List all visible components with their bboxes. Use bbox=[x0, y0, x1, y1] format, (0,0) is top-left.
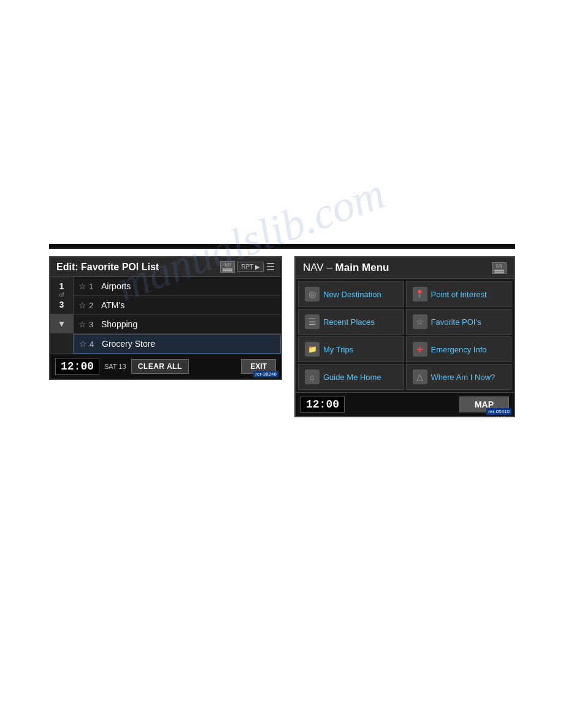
date-display: SAT 13 bbox=[104, 363, 126, 370]
item-number: 2 bbox=[89, 301, 98, 310]
divider-bar bbox=[49, 244, 515, 249]
recent-places-label: Recent Places bbox=[323, 317, 375, 327]
poi-list: ☆ 1 Airports ☆ 2 ATM's ☆ 3 Shopping ☆ 4 … bbox=[74, 277, 281, 354]
recent-places-icon: ☰ bbox=[305, 314, 320, 329]
my-trips-label: My Trips bbox=[323, 345, 353, 354]
left-panel-header: Edit: Favorite POI List MI RPT ▶ ☰ bbox=[50, 257, 281, 277]
item-number: 4 bbox=[90, 339, 98, 349]
item-name: ATM's bbox=[101, 300, 124, 310]
point-of-interest-button[interactable]: 📍 Point of Interest bbox=[406, 281, 512, 307]
ref-tag-left: rer-38246 bbox=[253, 371, 278, 377]
right-panel-title: NAV – Main Menu bbox=[303, 262, 389, 274]
new-destination-label: New Destination bbox=[323, 290, 381, 299]
time-display: 12:00 bbox=[55, 358, 99, 375]
main-menu-label: Main Menu bbox=[335, 262, 389, 273]
right-panel-header: NAV – Main Menu MI bbox=[296, 257, 514, 279]
item-name: Grocery Store bbox=[102, 339, 155, 349]
my-trips-icon: 📁 bbox=[305, 342, 320, 357]
page-total: 3 bbox=[59, 299, 64, 310]
favorite-pois-icon: ☆ bbox=[413, 314, 427, 329]
right-panel: NAV – Main Menu MI ◎ New Destination 📍 P… bbox=[294, 256, 515, 417]
clear-all-button[interactable]: CLEAR ALL bbox=[131, 359, 189, 374]
rpt-badge[interactable]: RPT ▶ bbox=[237, 262, 264, 272]
emergency-info-button[interactable]: + Emergency Info bbox=[406, 336, 512, 362]
recent-places-button[interactable]: ☰ Recent Places bbox=[298, 309, 404, 335]
favorite-pois-label: Favorite POI's bbox=[431, 317, 481, 327]
mi-badge-right: MI bbox=[492, 262, 507, 274]
scroll-down-button[interactable]: ▼ bbox=[50, 314, 73, 333]
star-icon: ☆ bbox=[79, 319, 86, 329]
nav-grid: ◎ New Destination 📍 Point of Interest ☰ … bbox=[296, 279, 514, 392]
ref-tag-right: rer-05410 bbox=[486, 408, 511, 415]
point-of-interest-label: Point of Interest bbox=[431, 290, 487, 299]
page-indicator: 1 of 3 bbox=[59, 277, 64, 314]
left-panel: Edit: Favorite POI List MI RPT ▶ ☰ 1 of … bbox=[49, 256, 282, 380]
mi-badge: MI bbox=[220, 261, 235, 273]
list-item[interactable]: ☆ 2 ATM's bbox=[74, 296, 281, 315]
item-number: 1 bbox=[89, 282, 98, 291]
new-destination-icon: ◎ bbox=[305, 287, 320, 301]
menu-icon[interactable]: ☰ bbox=[266, 261, 275, 273]
guide-me-home-button[interactable]: ⌂ Guide Me Home bbox=[298, 364, 404, 390]
where-am-i-now-button[interactable]: △ Where Am I Now? bbox=[406, 364, 512, 390]
mi-label-right: MI bbox=[496, 264, 502, 269]
point-of-interest-icon: 📍 bbox=[413, 287, 427, 301]
nav-label: NAV – bbox=[303, 262, 335, 273]
star-icon: ☆ bbox=[79, 339, 87, 349]
item-name: Shopping bbox=[101, 319, 137, 329]
guide-me-home-label: Guide Me Home bbox=[323, 373, 381, 382]
page-of-label: of bbox=[59, 292, 64, 299]
item-number: 3 bbox=[89, 320, 98, 329]
chevron-down-icon: ▼ bbox=[58, 319, 66, 328]
left-panel-body: 1 of 3 ▼ ☆ 1 Airports ☆ 2 ATM's ☆ 3 bbox=[50, 277, 281, 354]
my-trips-button[interactable]: 📁 My Trips bbox=[298, 336, 404, 362]
star-icon: ☆ bbox=[79, 300, 86, 310]
emergency-info-label: Emergency Info bbox=[431, 345, 487, 354]
guide-me-home-icon: ⌂ bbox=[305, 370, 320, 384]
favorite-pois-button[interactable]: ☆ Favorite POI's bbox=[406, 309, 512, 335]
left-panel-footer: 12:00 SAT 13 CLEAR ALL EXIT rer-38246 bbox=[50, 354, 281, 379]
list-item[interactable]: ☆ 3 Shopping bbox=[74, 315, 281, 334]
item-name: Airports bbox=[101, 281, 131, 291]
page-current: 1 bbox=[59, 281, 64, 292]
star-icon: ☆ bbox=[79, 281, 86, 291]
where-am-i-icon: △ bbox=[413, 370, 427, 384]
left-panel-icons: MI RPT ▶ ☰ bbox=[220, 261, 275, 273]
where-am-i-label: Where Am I Now? bbox=[431, 373, 496, 382]
list-item[interactable]: ☆ 1 Airports bbox=[74, 277, 281, 296]
right-panel-footer: 12:00 MAP rer-05410 bbox=[296, 392, 514, 416]
side-numbers: 1 of 3 ▼ bbox=[50, 277, 74, 354]
mi-label: MI bbox=[224, 262, 231, 268]
emergency-info-icon: + bbox=[413, 342, 427, 357]
left-panel-title: Edit: Favorite POI List bbox=[56, 262, 159, 273]
list-item[interactable]: ☆ 4 Grocery Store bbox=[74, 334, 281, 354]
right-time-display: 12:00 bbox=[301, 396, 345, 413]
new-destination-button[interactable]: ◎ New Destination bbox=[298, 281, 404, 307]
